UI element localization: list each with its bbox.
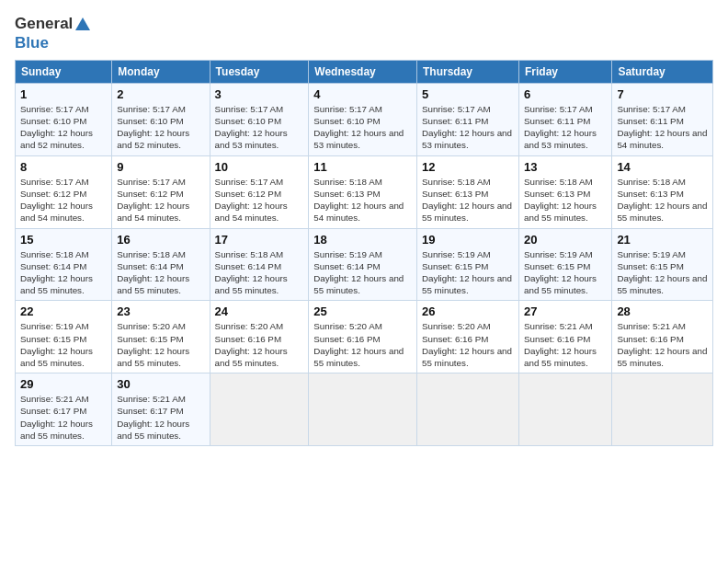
calendar-week-row: 29 Sunrise: 5:21 AMSunset: 6:17 PMDaylig… [16,373,713,446]
day-info: Sunrise: 5:20 AMSunset: 6:16 PMDaylight:… [215,320,304,369]
day-info: Sunrise: 5:17 AMSunset: 6:12 PMDaylight:… [117,176,204,224]
day-info: Sunrise: 5:19 AMSunset: 6:15 PMDaylight:… [20,320,107,369]
calendar-table: SundayMondayTuesdayWednesdayThursdayFrid… [15,60,713,446]
day-number: 25 [313,304,412,318]
calendar-cell: 28 Sunrise: 5:21 AMSunset: 6:16 PMDaylig… [612,301,713,373]
day-number: 11 [313,160,412,174]
day-info: Sunrise: 5:18 AMSunset: 6:14 PMDaylight:… [20,248,107,297]
day-info: Sunrise: 5:18 AMSunset: 6:13 PMDaylight:… [524,176,607,224]
day-number: 15 [20,233,107,247]
day-number: 29 [20,377,107,391]
day-number: 26 [422,304,514,318]
day-of-week-header: Saturday [612,60,713,83]
calendar-cell: 30 Sunrise: 5:21 AMSunset: 6:17 PMDaylig… [112,373,210,446]
calendar-cell [612,373,713,446]
day-info: Sunrise: 5:17 AMSunset: 6:10 PMDaylight:… [117,103,204,152]
calendar-cell: 10 Sunrise: 5:17 AMSunset: 6:12 PMDaylig… [210,155,309,228]
calendar-cell: 8 Sunrise: 5:17 AMSunset: 6:12 PMDayligh… [16,155,112,228]
logo-general: General [15,15,73,32]
calendar-cell: 29 Sunrise: 5:21 AMSunset: 6:17 PMDaylig… [16,373,112,446]
day-info: Sunrise: 5:18 AMSunset: 6:13 PMDaylight:… [422,176,514,224]
calendar-cell: 19 Sunrise: 5:19 AMSunset: 6:15 PMDaylig… [416,228,518,301]
calendar-cell: 27 Sunrise: 5:21 AMSunset: 6:16 PMDaylig… [519,301,612,373]
calendar-cell: 21 Sunrise: 5:19 AMSunset: 6:15 PMDaylig… [612,228,713,301]
day-of-week-header: Sunday [16,60,112,83]
day-info: Sunrise: 5:17 AMSunset: 6:10 PMDaylight:… [313,103,412,152]
day-number: 20 [524,233,607,247]
calendar-cell: 18 Sunrise: 5:19 AMSunset: 6:14 PMDaylig… [309,228,417,301]
calendar-week-row: 8 Sunrise: 5:17 AMSunset: 6:12 PMDayligh… [16,155,713,228]
calendar-cell: 3 Sunrise: 5:17 AMSunset: 6:10 PMDayligh… [210,83,309,155]
day-number: 13 [524,160,607,174]
day-number: 19 [422,233,514,247]
calendar-week-row: 1 Sunrise: 5:17 AMSunset: 6:10 PMDayligh… [16,83,713,155]
calendar-cell: 11 Sunrise: 5:18 AMSunset: 6:13 PMDaylig… [309,155,417,228]
calendar-cell: 23 Sunrise: 5:20 AMSunset: 6:15 PMDaylig… [112,301,210,373]
day-info: Sunrise: 5:18 AMSunset: 6:13 PMDaylight:… [617,176,708,224]
day-info: Sunrise: 5:20 AMSunset: 6:15 PMDaylight:… [117,320,204,369]
calendar-cell: 16 Sunrise: 5:18 AMSunset: 6:14 PMDaylig… [112,228,210,301]
day-info: Sunrise: 5:17 AMSunset: 6:10 PMDaylight:… [215,103,304,152]
day-of-week-header: Friday [519,60,612,83]
day-number: 30 [117,377,204,391]
day-number: 18 [313,233,412,247]
day-info: Sunrise: 5:19 AMSunset: 6:15 PMDaylight:… [524,248,607,297]
day-number: 9 [117,160,204,174]
day-of-week-header: Tuesday [210,60,309,83]
calendar-cell: 5 Sunrise: 5:17 AMSunset: 6:11 PMDayligh… [416,83,518,155]
calendar-cell: 22 Sunrise: 5:19 AMSunset: 6:15 PMDaylig… [16,301,112,373]
calendar-cell: 12 Sunrise: 5:18 AMSunset: 6:13 PMDaylig… [416,155,518,228]
calendar-cell: 7 Sunrise: 5:17 AMSunset: 6:11 PMDayligh… [612,83,713,155]
day-number: 16 [117,233,204,247]
day-number: 7 [617,87,708,101]
day-info: Sunrise: 5:21 AMSunset: 6:16 PMDaylight:… [617,320,708,369]
day-number: 24 [215,304,304,318]
day-number: 17 [215,233,304,247]
day-number: 21 [617,233,708,247]
calendar-cell [519,373,612,446]
day-info: Sunrise: 5:17 AMSunset: 6:11 PMDaylight:… [422,103,514,152]
day-info: Sunrise: 5:17 AMSunset: 6:10 PMDaylight:… [20,103,107,152]
day-number: 28 [617,304,708,318]
day-number: 10 [215,160,304,174]
day-info: Sunrise: 5:17 AMSunset: 6:11 PMDaylight:… [617,103,708,152]
day-number: 2 [117,87,204,101]
day-info: Sunrise: 5:21 AMSunset: 6:17 PMDaylight:… [20,393,107,442]
day-info: Sunrise: 5:18 AMSunset: 6:14 PMDaylight:… [117,248,204,297]
day-number: 12 [422,160,514,174]
day-info: Sunrise: 5:18 AMSunset: 6:13 PMDaylight:… [313,176,412,224]
logo-blue: Blue [15,34,49,52]
calendar-cell: 13 Sunrise: 5:18 AMSunset: 6:13 PMDaylig… [519,155,612,228]
calendar-cell: 26 Sunrise: 5:20 AMSunset: 6:16 PMDaylig… [416,301,518,373]
day-number: 14 [617,160,708,174]
calendar-cell: 9 Sunrise: 5:17 AMSunset: 6:12 PMDayligh… [112,155,210,228]
day-number: 6 [524,87,607,101]
logo-text: General Blue [15,15,93,52]
calendar-cell: 17 Sunrise: 5:18 AMSunset: 6:14 PMDaylig… [210,228,309,301]
day-info: Sunrise: 5:19 AMSunset: 6:15 PMDaylight:… [617,248,708,297]
calendar-cell [416,373,518,446]
calendar-cell: 25 Sunrise: 5:20 AMSunset: 6:16 PMDaylig… [309,301,417,373]
day-info: Sunrise: 5:17 AMSunset: 6:11 PMDaylight:… [524,103,607,152]
logo-icon [74,16,92,34]
day-info: Sunrise: 5:19 AMSunset: 6:15 PMDaylight:… [422,248,514,297]
svg-marker-0 [75,17,90,30]
day-info: Sunrise: 5:18 AMSunset: 6:14 PMDaylight:… [215,248,304,297]
calendar-cell: 20 Sunrise: 5:19 AMSunset: 6:15 PMDaylig… [519,228,612,301]
day-number: 23 [117,304,204,318]
calendar-cell [309,373,417,446]
day-number: 5 [422,87,514,101]
day-of-week-header: Monday [112,60,210,83]
day-info: Sunrise: 5:21 AMSunset: 6:16 PMDaylight:… [524,320,607,369]
day-number: 27 [524,304,607,318]
calendar-cell: 24 Sunrise: 5:20 AMSunset: 6:16 PMDaylig… [210,301,309,373]
day-info: Sunrise: 5:17 AMSunset: 6:12 PMDaylight:… [20,176,107,224]
day-info: Sunrise: 5:17 AMSunset: 6:12 PMDaylight:… [215,176,304,224]
page-header: General Blue [15,15,713,52]
day-of-week-header: Wednesday [309,60,417,83]
logo: General Blue [15,15,93,52]
calendar-cell [210,373,309,446]
calendar-cell: 6 Sunrise: 5:17 AMSunset: 6:11 PMDayligh… [519,83,612,155]
day-number: 3 [215,87,304,101]
day-of-week-header: Thursday [416,60,518,83]
